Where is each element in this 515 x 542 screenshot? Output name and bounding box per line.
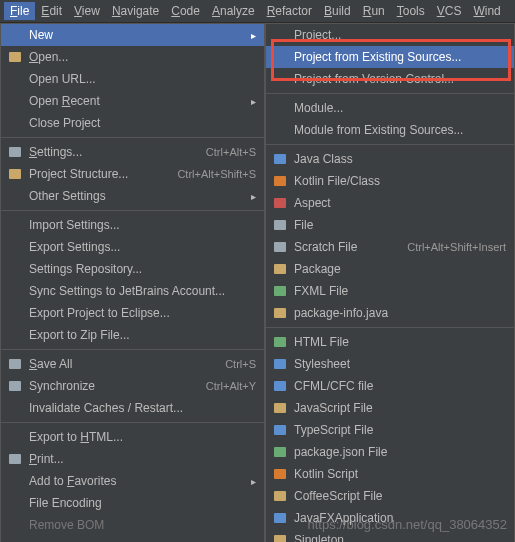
menu-item-label: JavaScript File <box>294 401 506 415</box>
menu-item-label: Singleton <box>294 533 506 542</box>
file-item-new[interactable]: New▸ <box>1 24 264 46</box>
blank-icon <box>272 71 288 87</box>
css-icon <box>272 356 288 372</box>
new-item-typescript-file[interactable]: TypeScript File <box>266 419 514 441</box>
save-icon <box>7 356 23 372</box>
menu-item-label: Save All <box>29 357 213 371</box>
svg-rect-18 <box>274 425 286 435</box>
file-item-settings-repository[interactable]: Settings Repository... <box>1 258 264 280</box>
menu-item-label: Export Settings... <box>29 240 256 254</box>
new-item-java-class[interactable]: Java Class <box>266 148 514 170</box>
menubar-vcs[interactable]: VCS <box>431 2 468 20</box>
shortcut: Ctrl+S <box>225 358 256 370</box>
new-item-aspect[interactable]: Aspect <box>266 192 514 214</box>
menubar-refactor[interactable]: Refactor <box>261 2 318 20</box>
menu-item-label: Export to Zip File... <box>29 328 256 342</box>
new-item-module[interactable]: Module... <box>266 97 514 119</box>
gear-icon <box>7 144 23 160</box>
new-item-scratch-file[interactable]: Scratch FileCtrl+Alt+Shift+Insert <box>266 236 514 258</box>
file-item-other-settings[interactable]: Other Settings▸ <box>1 185 264 207</box>
separator <box>1 422 264 423</box>
file-item-synchronize[interactable]: SynchronizeCtrl+Alt+Y <box>1 375 264 397</box>
file-item-close-project[interactable]: Close Project <box>1 112 264 134</box>
file-item-project-structure[interactable]: Project Structure...Ctrl+Alt+Shift+S <box>1 163 264 185</box>
new-item-javascript-file[interactable]: JavaScript File <box>266 397 514 419</box>
separator <box>1 210 264 211</box>
menubar-wind[interactable]: Wind <box>467 2 506 20</box>
file-item-settings[interactable]: Settings...Ctrl+Alt+S <box>1 141 264 163</box>
menu-item-label: FXML File <box>294 284 506 298</box>
menu-item-label: File <box>294 218 506 232</box>
menu-item-label: Project... <box>294 28 506 42</box>
new-item-html-file[interactable]: HTML File <box>266 331 514 353</box>
menubar-edit[interactable]: Edit <box>35 2 68 20</box>
menubar-run[interactable]: Run <box>357 2 391 20</box>
menubar-code[interactable]: Code <box>165 2 206 20</box>
new-item-module-from-existing-sources[interactable]: Module from Existing Sources... <box>266 119 514 141</box>
folder-icon <box>272 261 288 277</box>
menubar-file[interactable]: File <box>4 2 35 20</box>
blank-icon <box>7 115 23 131</box>
new-item-kotlin-file-class[interactable]: Kotlin File/Class <box>266 170 514 192</box>
file-item-export-to-html[interactable]: Export to HTML... <box>1 426 264 448</box>
blank-icon <box>7 71 23 87</box>
file-item-open-recent[interactable]: Open Recent▸ <box>1 90 264 112</box>
file-item-sync-settings-to-jetbrains-account[interactable]: Sync Settings to JetBrains Account... <box>1 280 264 302</box>
menu-item-label: Other Settings <box>29 189 243 203</box>
menu-item-label: HTML File <box>294 335 506 349</box>
new-item-package[interactable]: Package <box>266 258 514 280</box>
svg-rect-2 <box>9 169 21 179</box>
menubar-analyze[interactable]: Analyze <box>206 2 261 20</box>
new-item-project-from-existing-sources[interactable]: Project from Existing Sources... <box>266 46 514 68</box>
file-item-associate-with-file-type: Associate with File Type... <box>1 536 264 542</box>
new-item-coffeescript-file[interactable]: CoffeeScript File <box>266 485 514 507</box>
new-item-file[interactable]: File <box>266 214 514 236</box>
new-item-package-json-file[interactable]: package.json File <box>266 441 514 463</box>
file-menu: New▸Open...Open URL...Open Recent▸Close … <box>0 23 265 542</box>
blank-icon <box>272 122 288 138</box>
java-icon <box>272 151 288 167</box>
file-item-open[interactable]: Open... <box>1 46 264 68</box>
menu-item-label: Scratch File <box>294 240 395 254</box>
new-item-project-from-version-control[interactable]: Project from Version Control... <box>266 68 514 90</box>
blank-icon <box>272 49 288 65</box>
menubar-build[interactable]: Build <box>318 2 357 20</box>
file-item-save-all[interactable]: Save AllCtrl+S <box>1 353 264 375</box>
blank-icon <box>7 283 23 299</box>
menu-item-label: File Encoding <box>29 496 256 510</box>
file-item-import-settings[interactable]: Import Settings... <box>1 214 264 236</box>
file-item-print[interactable]: Print... <box>1 448 264 470</box>
file-item-export-project-to-eclipse[interactable]: Export Project to Eclipse... <box>1 302 264 324</box>
file-item-export-settings[interactable]: Export Settings... <box>1 236 264 258</box>
file-item-file-encoding[interactable]: File Encoding <box>1 492 264 514</box>
blank-icon <box>7 495 23 511</box>
new-item-stylesheet[interactable]: Stylesheet <box>266 353 514 375</box>
svg-rect-16 <box>274 381 286 391</box>
menubar-view[interactable]: View <box>68 2 106 20</box>
menu-item-label: Settings Repository... <box>29 262 256 276</box>
new-item-fxml-file[interactable]: FXML File <box>266 280 514 302</box>
file-item-export-to-zip-file[interactable]: Export to Zip File... <box>1 324 264 346</box>
svg-rect-19 <box>274 447 286 457</box>
file-item-add-to-favorites[interactable]: Add to Favorites▸ <box>1 470 264 492</box>
new-item-project[interactable]: Project... <box>266 24 514 46</box>
blank-icon <box>7 239 23 255</box>
new-item-kotlin-script[interactable]: Kotlin Script <box>266 463 514 485</box>
menubar-tools[interactable]: Tools <box>391 2 431 20</box>
watermark: https://blog.csdn.net/qq_38064352 <box>308 517 508 532</box>
blank-icon <box>7 327 23 343</box>
file-item-open-url[interactable]: Open URL... <box>1 68 264 90</box>
svg-rect-14 <box>274 337 286 347</box>
svg-rect-23 <box>274 535 286 542</box>
file-item-invalidate-caches-restart[interactable]: Invalidate Caches / Restart... <box>1 397 264 419</box>
new-item-cfml-cfc-file[interactable]: CFML/CFC file <box>266 375 514 397</box>
scratch-icon <box>272 239 288 255</box>
submenu-arrow-icon: ▸ <box>251 191 256 202</box>
struct-icon <box>7 166 23 182</box>
menu-item-label: Module from Existing Sources... <box>294 123 506 137</box>
menu-item-label: Import Settings... <box>29 218 256 232</box>
jfx-icon <box>272 510 288 526</box>
sync-icon <box>7 378 23 394</box>
menubar-navigate[interactable]: Navigate <box>106 2 165 20</box>
new-item-package-info-java[interactable]: package-info.java <box>266 302 514 324</box>
